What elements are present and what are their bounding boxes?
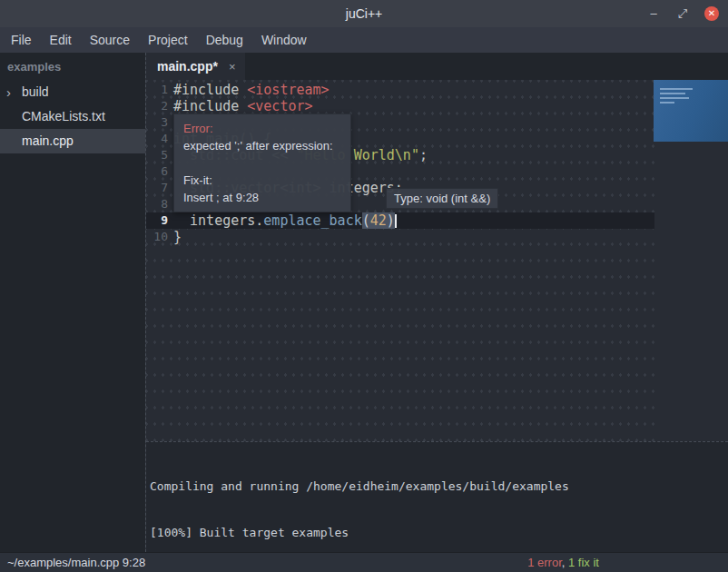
minimap[interactable]: [654, 80, 728, 142]
menu-project[interactable]: Project: [139, 27, 197, 53]
line-number: 2: [146, 98, 168, 114]
code-token: }: [173, 229, 182, 245]
line-number: 9: [146, 212, 168, 229]
minimap-line: [660, 102, 674, 104]
diagnostic-tooltip: Error: expected ';' after expression: Fi…: [173, 113, 351, 212]
fixit-count: 1 fix it: [568, 556, 599, 569]
diagnostics-summary: 1 error, 1 fix it: [527, 556, 599, 569]
diagnostic-spacer: [183, 154, 341, 172]
line-number: 8: [146, 196, 168, 212]
menubar: File Edit Source Project Debug Window: [0, 27, 728, 53]
fixit-message: Insert ; at 9:28: [183, 189, 341, 206]
content-column: main.cpp* × 1#include <iostream>2#includ…: [145, 53, 728, 552]
code-text: #include <vector>: [173, 98, 313, 114]
terminal-output[interactable]: Compiling and running /home/eidheim/exam…: [146, 441, 728, 552]
code-token: <vector>: [247, 98, 312, 114]
sidebar-item-maincpp[interactable]: main.cpp: [0, 129, 145, 153]
app-window: juCi++ – ⤢ ✕ File Edit Source Project De…: [0, 0, 728, 572]
line-number: 4: [146, 131, 168, 147]
code-line[interactable]: 2#include <vector>: [146, 98, 654, 114]
code-token: #include: [173, 98, 247, 114]
tree-item-label: build: [22, 84, 49, 99]
minimap-line: [660, 97, 689, 99]
diagnostics-separator: ,: [562, 556, 568, 569]
diagnostic-message: expected ';' after expression:: [183, 137, 341, 154]
cursor-location: ~/examples/main.cpp 9:28: [7, 556, 145, 569]
code-text: }: [173, 229, 182, 245]
code-token: #include: [173, 82, 247, 98]
tab-maincpp[interactable]: main.cpp* ×: [146, 53, 245, 80]
fixit-label: Fix-it:: [183, 172, 341, 189]
sidebar-item-cmakelists[interactable]: CMakeLists.txt: [0, 104, 145, 129]
minimap-line: [660, 88, 693, 90]
code-line[interactable]: 10}: [146, 229, 654, 245]
line-number: 7: [146, 180, 168, 196]
tab-close-icon[interactable]: ×: [229, 60, 236, 74]
type-tooltip: Type: void (int &&): [386, 188, 498, 209]
line-number: 6: [146, 163, 168, 180]
code-token: <iostream>: [247, 82, 329, 98]
menu-window[interactable]: Window: [252, 27, 316, 53]
chevron-right-icon: ›: [6, 80, 11, 104]
tree-item-label: main.cpp: [22, 133, 74, 148]
code-editor[interactable]: 1#include <iostream>2#include <vector>34…: [146, 80, 728, 441]
main-area: examples › build CMakeLists.txt main.cpp…: [0, 53, 728, 552]
menu-source[interactable]: Source: [81, 27, 139, 53]
code-line[interactable]: 1#include <iostream>: [146, 82, 654, 98]
code-token: emplace_back: [263, 212, 361, 229]
project-name-header: examples: [0, 53, 145, 80]
code-line[interactable]: 9 integers.emplace_back(42): [146, 212, 654, 229]
line-number: 3: [146, 114, 168, 131]
minimap-line: [660, 93, 685, 94]
minimize-button[interactable]: –: [646, 6, 661, 21]
file-tree-sidebar: examples › build CMakeLists.txt main.cpp: [0, 53, 145, 552]
code-text: #include <iostream>: [173, 82, 330, 98]
restore-button[interactable]: ⤢: [675, 6, 690, 21]
code-token: integers.: [173, 212, 263, 229]
error-count: 1 error: [527, 556, 562, 569]
terminal-line: [100%] Built target examples: [150, 525, 724, 540]
sidebar-item-build[interactable]: › build: [0, 80, 145, 104]
terminal-line: Compiling and running /home/eidheim/exam…: [150, 478, 724, 494]
tabbar: main.cpp* ×: [146, 53, 728, 80]
menu-edit[interactable]: Edit: [41, 27, 81, 53]
text-cursor: [395, 214, 397, 228]
window-title: juCi++: [0, 6, 728, 21]
tree-item-label: CMakeLists.txt: [22, 109, 105, 123]
menu-file[interactable]: File: [2, 27, 41, 53]
code-token: ;: [419, 147, 428, 163]
window-controls: – ⤢ ✕: [646, 6, 728, 21]
close-button[interactable]: ✕: [704, 6, 719, 21]
line-number: 10: [146, 229, 168, 245]
tab-label: main.cpp*: [157, 59, 218, 74]
titlebar[interactable]: juCi++ – ⤢ ✕: [0, 0, 728, 27]
code-token: (: [362, 212, 370, 229]
code-text: integers.emplace_back(42): [173, 212, 397, 229]
diagnostic-title: Error:: [183, 120, 341, 137]
line-number: 1: [146, 82, 168, 98]
line-number: 5: [146, 147, 168, 163]
code-token: ): [387, 212, 395, 229]
menu-debug[interactable]: Debug: [197, 27, 252, 53]
code-token: 42: [370, 212, 387, 229]
statusbar: ~/examples/main.cpp 9:28 1 error, 1 fix …: [0, 552, 728, 572]
